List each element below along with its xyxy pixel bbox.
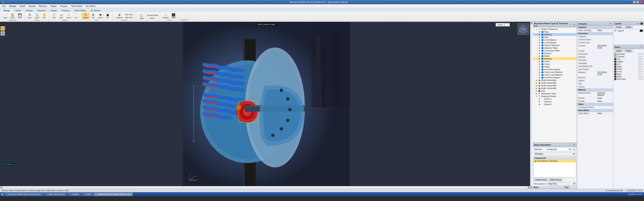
selection-item-bearing-all[interactable]: 📦 All instances of Bearing bbox=[534, 160, 576, 162]
tree-item-ring[interactable]: ✓ ▶ 🔵 Ring bbox=[533, 30, 577, 33]
tree-item-roller-assembly1[interactable]: ✓ ▶ 📦 Roller Assembly bbox=[533, 79, 577, 82]
views-close-btn[interactable]: ✕ bbox=[640, 46, 643, 48]
vp-btn-select[interactable]: ↖ bbox=[0, 26, 5, 31]
scroll-right[interactable]: ► bbox=[528, 186, 530, 189]
btn-line[interactable]: ╱ Line bbox=[50, 13, 58, 19]
menu-repair[interactable]: Repair bbox=[49, 4, 58, 8]
btn-fill[interactable]: ◼ Fill bbox=[104, 13, 111, 19]
btn-pull[interactable]: ⬆ Pull bbox=[90, 13, 96, 19]
tree-item-shock-observer[interactable]: ✓ ▶ 🔵 Shock Observer bbox=[533, 44, 577, 46]
scroll-up[interactable]: ▲ bbox=[530, 22, 533, 24]
create-group-btn[interactable]: Create Group bbox=[534, 178, 548, 181]
view-front[interactable]: ⬛ Front Ctrl+6 bbox=[613, 70, 644, 73]
minimize-button[interactable]: — bbox=[633, 1, 636, 4]
btn-rigid[interactable]: ⬛ Rigid bbox=[170, 13, 177, 19]
nav-cube[interactable]: TOP bbox=[518, 24, 529, 35]
tree-item-anti-rota2[interactable]: ✓ ▶ 🔵 Anti Rota Spacer bbox=[533, 76, 577, 79]
tree-item-conic1[interactable]: ✓ ▶ 🔵 Conic Lock Washer bbox=[533, 71, 577, 74]
tree-item-roller-assembly2[interactable]: ✓ ▶ 📦 Roller Assembly bbox=[533, 82, 577, 84]
btn-save[interactable]: 💾 Save bbox=[16, 13, 24, 19]
menu-display[interactable]: Display bbox=[27, 4, 37, 8]
view-left[interactable]: ⬛ Left Ctrl+4 bbox=[613, 63, 644, 66]
tree-item-roller-assembly3[interactable]: ✓ ▶ 📦 Roller Assembly bbox=[533, 84, 577, 87]
btn-move[interactable]: ✚ Move bbox=[97, 13, 104, 19]
btn-zoom[interactable]: 🔍 Zoom bbox=[34, 13, 40, 19]
props-section-document[interactable]: Document bbox=[577, 32, 613, 35]
menu-design[interactable]: Design bbox=[8, 4, 18, 8]
selection-close-btn[interactable]: ✕ bbox=[572, 143, 576, 146]
menu-detail[interactable]: Detail bbox=[18, 4, 26, 8]
tab-display[interactable]: Display bbox=[23, 9, 35, 12]
view-back[interactable]: ⬛ Back Ctrl+7 bbox=[613, 73, 644, 76]
filter-combo[interactable]: All bodies bbox=[534, 152, 576, 156]
btn-split-face[interactable]: Split Face bbox=[124, 16, 134, 19]
view-isometric[interactable]: 🔲 Isometric Ctrl+0 bbox=[613, 53, 644, 56]
btn-split-solid[interactable]: Split Solid bbox=[124, 13, 134, 16]
tree-item-anti-rota1[interactable]: ✓ ▶ 🔵 Anti Rota Spacer bbox=[533, 68, 577, 71]
props-section-material[interactable]: Material bbox=[577, 88, 613, 92]
menu-prepare[interactable]: Prepare bbox=[59, 4, 69, 8]
delete-group-btn[interactable]: Delete Group bbox=[549, 178, 563, 181]
start-button[interactable]: ⊞ bbox=[1, 192, 3, 196]
tab-sc-motion[interactable]: SC Motion bbox=[88, 9, 103, 12]
view-top[interactable]: ⬛ Top Ctrl+2 bbox=[613, 58, 644, 60]
create-view-btn[interactable]: Create bbox=[614, 50, 623, 52]
viewport[interactable]: X Y Z Click to select a solid. Count: 67… bbox=[0, 22, 533, 189]
tab-repair[interactable]: Repair bbox=[48, 9, 60, 12]
delete-view-btn[interactable]: Delete bbox=[624, 50, 633, 52]
tree-close-btn[interactable]: ✕ bbox=[572, 23, 576, 26]
view-trimetric[interactable]: 🔲 Trimetric Ctrl+1 bbox=[613, 56, 644, 58]
taskbar-impeller[interactable]: 🔧 Impeller bbox=[68, 193, 81, 196]
tree-item-cover1[interactable]: ✓ ▶ 🔵 Cover bbox=[533, 60, 577, 63]
taskbar-mecanum2[interactable]: 🔧 Mecanum Wheel Type B_Revision-A.3 bbox=[94, 193, 133, 196]
props-section-sheet-metal[interactable]: Sheet Metal bbox=[577, 109, 613, 112]
menu-sc-motion[interactable]: SC Motion bbox=[84, 4, 97, 8]
view-bottom[interactable]: ⬛ Bottom Ctrl+3 bbox=[613, 60, 644, 63]
tree-item-conic2[interactable]: ✓ ▶ 🔵 Conic Lock Washer bbox=[533, 74, 577, 76]
tree-item-sheet3[interactable]: ▶ 📄 Sheet 3 bbox=[533, 103, 577, 106]
maximize-button[interactable]: □ bbox=[636, 1, 639, 4]
tab-sheet-metal[interactable]: Sheet Metal bbox=[72, 9, 88, 12]
tree-item-limit-washer1[interactable]: ✓ ▶ 🔵 Limit Washer bbox=[533, 38, 577, 41]
view-none[interactable]: ⬛ None Ctrl+8 bbox=[613, 76, 644, 78]
taskbar-roller-assembly[interactable]: 🔧 Roller Assembly B1 bbox=[44, 193, 67, 196]
menu-measure[interactable]: Measure bbox=[38, 4, 49, 8]
props-section-analysis[interactable]: Analysis bbox=[577, 26, 613, 29]
window-controls[interactable]: — □ ✕ bbox=[633, 1, 642, 4]
viewport-scrollbar-v[interactable]: ▲ ▼ bbox=[530, 22, 533, 189]
tree-item-bearing[interactable]: ✓ ▶ 🔵 Bearing bbox=[533, 33, 577, 36]
tab-prepare[interactable]: Prepare bbox=[60, 9, 72, 12]
props-close-btn[interactable]: ✕ bbox=[609, 22, 612, 25]
tree-item-sheet1[interactable]: ▶ 📄 Sheet 1 bbox=[533, 98, 577, 100]
menu-sheet-metal[interactable]: Sheet Metal bbox=[70, 4, 84, 8]
tree-item-rollers-patterns[interactable]: ✓ ▼ 📁 Rollers (Patterns) bbox=[533, 28, 577, 30]
btn-combine[interactable]: ⊕ Combine bbox=[115, 13, 124, 19]
taskbar-mecanum1[interactable]: 🔧 Mecanum Wheel Type B_Revision-B.1 bbox=[4, 193, 43, 196]
view-plan[interactable]: ⬛ Plan View Ctrl+9 bbox=[613, 78, 644, 80]
view-right[interactable]: ⬛ Right Ctrl+5 bbox=[613, 66, 644, 68]
selection-search-icon[interactable]: 🔍 bbox=[572, 148, 576, 151]
btn-pan[interactable]: ✋ Pan bbox=[41, 13, 48, 19]
tree-item-disk[interactable]: ✓ ▶ 🔵 Disk bbox=[533, 36, 577, 38]
btn-home[interactable]: 🏠 Home bbox=[9, 13, 16, 19]
tab-measure[interactable]: Measure bbox=[35, 9, 48, 12]
vp-btn-zoom-all[interactable]: ⊡ bbox=[0, 31, 5, 36]
delete-layer-btn[interactable]: Delete bbox=[624, 26, 633, 28]
tree-item-limit-washer2[interactable]: ✓ ▶ 🔵 Limit Washer bbox=[533, 41, 577, 44]
view-home[interactable]: ⬛ Home Ctrl+6 bbox=[613, 68, 644, 70]
tree-item-attacher-plate[interactable]: ✓ ▶ 🔵 Attacher Plate bbox=[533, 46, 577, 49]
scroll-left[interactable]: ◄ bbox=[0, 186, 3, 189]
props-section-name[interactable]: Name bbox=[577, 103, 613, 106]
btn-rect[interactable]: ▭ Rect bbox=[58, 13, 65, 19]
tree-item-reduction-gear[interactable]: ✓ ▶ ⚙ Reduction Gear bbox=[533, 92, 577, 95]
tree-item-bearing2[interactable]: ✓ ▶ 🔵 Bearing bbox=[533, 57, 577, 60]
btn-circle[interactable]: ○ Circle bbox=[65, 13, 72, 19]
close-button[interactable]: ✕ bbox=[640, 1, 642, 4]
btn-new[interactable]: 📄 New bbox=[2, 13, 9, 19]
btn-tangent[interactable]: ⟂ Tangent bbox=[162, 13, 170, 19]
btn-mirror[interactable]: Mirror bbox=[146, 17, 159, 20]
selected-combo[interactable]: Component Body Face bbox=[546, 148, 571, 151]
tab-detail[interactable]: Detail bbox=[13, 9, 23, 12]
create-layer-btn[interactable]: Create bbox=[614, 26, 623, 28]
tree-item-cover2[interactable]: ✓ ▶ 🔵 Cover bbox=[533, 63, 577, 66]
